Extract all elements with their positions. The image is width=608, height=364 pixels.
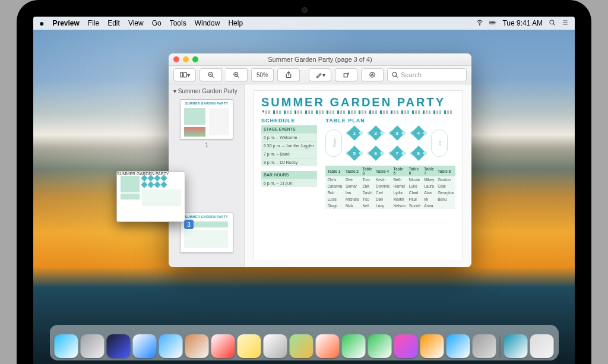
app-name[interactable]: Preview (52, 19, 79, 27)
dock-app-calendar[interactable] (211, 334, 235, 358)
seating-header: Table 1 (325, 166, 344, 176)
seating-cell: Gordon (436, 176, 455, 183)
table-marker-4: 4 (411, 125, 426, 141)
laptop-frame: ● Preview File Edit View Go Tools Window… (0, 0, 608, 364)
dock-app-messages[interactable] (342, 334, 366, 358)
seating-cell: Tico (360, 196, 374, 202)
menu-edit[interactable]: Edit (107, 19, 120, 27)
dock-app-mail[interactable] (159, 334, 183, 358)
menu-tools[interactable]: Tools (170, 19, 186, 27)
seating-cell: Neil (360, 202, 374, 209)
dock-app-contacts[interactable] (185, 334, 209, 358)
clock[interactable]: Tue 9:41 AM (502, 19, 543, 27)
seating-cell: Lydia (392, 189, 407, 196)
seating-header: Table 5 (392, 166, 407, 176)
table-marker-2: 2 (368, 125, 384, 141)
document-viewport[interactable]: SUMMER GARDEN PARTY SCHEDULE STAGE EVENT… (245, 84, 471, 267)
dock-app-maps[interactable] (290, 334, 314, 358)
titlebar[interactable]: Summer Garden Party (page 3 of 4) (169, 53, 471, 66)
fullscreen-button[interactable] (192, 56, 198, 62)
dock-app-itunes[interactable] (394, 334, 418, 358)
seating-cell: Paul (407, 196, 423, 202)
seating-header: Table 2 (344, 166, 360, 176)
dragged-page-thumbnail[interactable]: SUMMER GARDEN PARTY (116, 171, 185, 222)
seating-cell: Cate (436, 183, 455, 189)
rotate-button[interactable] (335, 68, 357, 81)
dock-app-downloads[interactable] (504, 334, 528, 358)
wifi-icon[interactable] (476, 19, 483, 28)
seating-cell: Zan (360, 183, 374, 189)
view-mode-button[interactable]: ▾ (173, 68, 196, 81)
share-button[interactable] (277, 68, 300, 81)
seating-cell: Catarina (325, 183, 344, 189)
dock-app-preferences[interactable] (473, 334, 496, 358)
close-button[interactable] (173, 56, 179, 62)
dock-app-launchpad[interactable] (81, 334, 104, 358)
table-marker-5: 5 (347, 145, 362, 161)
event-row: 7 p.m. – Band (261, 150, 317, 158)
dock-app-reminders[interactable] (264, 334, 287, 358)
menu-help[interactable]: Help (228, 19, 243, 27)
seating-cell: Mi (422, 196, 436, 202)
minimize-button[interactable] (183, 56, 189, 62)
svg-rect-3 (496, 22, 496, 23)
dock-app-notes[interactable] (238, 334, 261, 358)
seating-cell: Aiza (422, 189, 436, 196)
table-marker-3: 3 (390, 125, 405, 141)
zoom-out-button[interactable] (200, 68, 222, 81)
menu-go[interactable]: Go (152, 19, 162, 27)
sidebar-doc-title: ▾ Summer Garden Party (173, 88, 238, 94)
menubar: ● Preview File Edit View Go Tools Window… (33, 17, 575, 30)
search-field[interactable]: Search (387, 68, 467, 81)
page-thumbnail-4[interactable]: SUMMER GARDEN PARTY (180, 213, 233, 253)
camera (302, 7, 308, 13)
spotlight-icon[interactable] (549, 19, 556, 28)
zoom-in-button[interactable] (226, 68, 248, 81)
svg-point-21 (392, 72, 397, 77)
svg-rect-2 (490, 21, 495, 23)
zoom-level[interactable]: 50% (251, 68, 274, 81)
svg-point-4 (550, 20, 554, 24)
seating-cell: Mikey (422, 176, 436, 183)
table-plan-diagram: Stage 1234 5678 DJ (325, 125, 455, 161)
menu-view[interactable]: View (128, 19, 144, 27)
page-thumbnail-1[interactable]: SUMMER GARDEN PARTY (180, 99, 233, 140)
dock-app-ibooks[interactable] (420, 334, 444, 358)
document-page: SUMMER GARDEN PARTY SCHEDULE STAGE EVENT… (254, 90, 463, 261)
tableplan-heading: TABLE PLAN (325, 118, 455, 124)
desktop-screen: ● Preview File Edit View Go Tools Window… (33, 17, 575, 364)
svg-rect-9 (180, 72, 182, 77)
menu-file[interactable]: File (88, 19, 99, 27)
highlight-button[interactable]: ▾ (309, 68, 331, 81)
seating-cell: Suzzie (407, 202, 423, 209)
stage-events-header: STAGE EVENTS (261, 125, 317, 133)
seating-cell: Laura (422, 183, 436, 189)
table-marker-1: 1 (347, 125, 362, 141)
svg-line-22 (396, 76, 398, 78)
menu-window[interactable]: Window (195, 19, 220, 27)
dock-app-safari[interactable] (133, 334, 157, 358)
svg-rect-19 (344, 74, 347, 77)
battery-icon[interactable] (489, 19, 496, 28)
apple-menu[interactable]: ● (39, 19, 44, 27)
dock-separator (500, 337, 501, 358)
seating-cell: Tom (360, 176, 374, 183)
dock-app-trash[interactable] (530, 334, 554, 358)
notification-center-icon[interactable] (562, 19, 569, 28)
dock-app-finder[interactable] (55, 334, 78, 358)
seating-cell: Chad (407, 189, 423, 196)
seating-cell: Lucy (374, 202, 391, 209)
seating-cell: Anna (422, 202, 436, 209)
search-placeholder: Search (401, 71, 422, 78)
dock-app-appstore[interactable] (446, 334, 470, 358)
dock-app-photos[interactable] (316, 334, 340, 358)
markup-button[interactable] (361, 68, 384, 81)
seating-cell: Harriet (392, 183, 407, 189)
dock-app-siri[interactable] (107, 334, 131, 358)
seating-cell: Nicola (407, 176, 423, 183)
seating-cell: Georgina (436, 189, 455, 196)
seating-cell (436, 202, 455, 209)
dock-app-facetime[interactable] (368, 334, 392, 358)
bunting-decoration (261, 110, 455, 114)
seating-header: Table 7 (422, 166, 436, 176)
